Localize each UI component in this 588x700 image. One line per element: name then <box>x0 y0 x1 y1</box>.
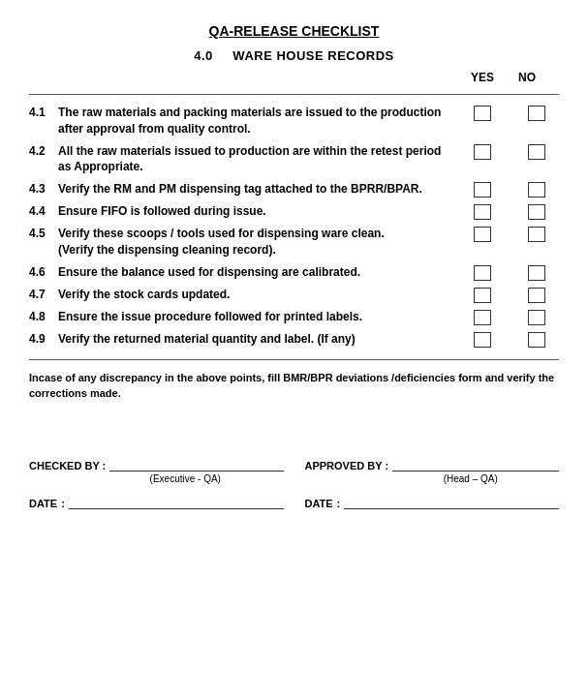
date-left-colon: : <box>61 498 65 509</box>
item-text: Verify the returned material quantity an… <box>58 331 460 348</box>
no-checkbox[interactable] <box>528 204 545 220</box>
yes-checkbox[interactable] <box>474 144 491 160</box>
item-number: 4.5 <box>29 226 58 240</box>
note-text: Incase of any discrepancy in the above p… <box>29 370 559 402</box>
footer: CHECKED BY : (Executive - QA) APPROVED B… <box>29 460 559 509</box>
no-checkbox[interactable] <box>528 227 545 242</box>
date-left-block: DATE : <box>29 492 284 509</box>
item-text: All the raw materials issued to producti… <box>58 143 460 176</box>
checked-by-block: CHECKED BY : (Executive - QA) <box>29 460 284 484</box>
yes-checkbox[interactable] <box>474 332 491 348</box>
section-number: 4.0 <box>194 48 213 63</box>
date-left-line: DATE : <box>29 498 284 509</box>
column-headers: YES NO <box>29 71 559 84</box>
item-checkboxes <box>460 105 559 121</box>
checked-by-role: (Executive - QA) <box>29 473 284 484</box>
date-right-colon: : <box>337 498 341 509</box>
checked-by-line: CHECKED BY : <box>29 460 284 472</box>
date-left-underline <box>69 508 284 509</box>
footer-signature-row: CHECKED BY : (Executive - QA) APPROVED B… <box>29 460 559 484</box>
yes-checkbox[interactable] <box>474 182 491 198</box>
section-name: WARE HOUSE RECORDS <box>232 48 393 63</box>
list-item: 4.5 Verify these scoops / tools used for… <box>29 226 559 259</box>
approved-by-underline <box>392 471 559 472</box>
no-checkbox[interactable] <box>528 265 545 281</box>
yes-checkbox[interactable] <box>474 227 491 242</box>
item-checkboxes <box>460 226 559 242</box>
date-right-block: DATE : <box>304 492 559 509</box>
list-item: 4.1 The raw materials and packing materi… <box>29 105 559 137</box>
no-header: NO <box>505 71 549 84</box>
item-checkboxes <box>460 309 559 325</box>
approved-by-block: APPROVED BY : (Head – QA) <box>304 460 559 484</box>
no-checkbox[interactable] <box>528 182 545 198</box>
list-item: 4.2 All the raw materials issued to prod… <box>29 143 559 176</box>
list-item: 4.4 Ensure FIFO is followed during issue… <box>29 203 559 220</box>
item-checkboxes <box>460 331 559 348</box>
item-checkboxes <box>460 203 559 220</box>
header-divider <box>29 94 559 95</box>
item-text: Ensure the issue procedure followed for … <box>58 309 460 325</box>
footer-divider <box>29 359 559 360</box>
list-item: 4.7 Verify the stock cards updated. <box>29 287 559 303</box>
yes-checkbox[interactable] <box>474 310 491 325</box>
no-checkbox[interactable] <box>528 144 545 160</box>
item-number: 4.8 <box>29 309 58 323</box>
item-text: Verify the RM and PM dispensing tag atta… <box>58 181 460 198</box>
yes-checkbox[interactable] <box>474 106 491 121</box>
list-item: 4.6 Ensure the balance used for dispensi… <box>29 264 559 281</box>
item-number: 4.7 <box>29 287 58 301</box>
page: QA-RELEASE CHECKLIST 4.0 WARE HOUSE RECO… <box>0 0 588 700</box>
item-checkboxes <box>460 264 559 281</box>
section-title: 4.0 WARE HOUSE RECORDS <box>29 48 559 63</box>
item-text: Verify these scoops / tools used for dis… <box>58 226 460 259</box>
item-checkboxes <box>460 181 559 198</box>
approved-by-label: APPROVED BY : <box>304 460 388 472</box>
checked-by-underline <box>109 471 283 472</box>
no-checkbox[interactable] <box>528 310 545 325</box>
list-item: 4.8 Ensure the issue procedure followed … <box>29 309 559 325</box>
approved-by-role: (Head – QA) <box>304 473 559 484</box>
item-checkboxes <box>460 143 559 160</box>
item-text: Ensure the balance used for dispensing a… <box>58 264 460 281</box>
item-text: Ensure FIFO is followed during issue. <box>58 203 460 220</box>
item-number: 4.9 <box>29 331 58 346</box>
date-right-label: DATE <box>304 498 332 509</box>
checked-by-label: CHECKED BY : <box>29 460 106 472</box>
item-number: 4.2 <box>29 143 58 158</box>
item-text: The raw materials and packing materials … <box>58 105 460 137</box>
list-item: 4.3 Verify the RM and PM dispensing tag … <box>29 181 559 198</box>
item-number: 4.6 <box>29 264 58 279</box>
no-checkbox[interactable] <box>528 332 545 348</box>
no-checkbox[interactable] <box>528 288 545 303</box>
approved-by-line: APPROVED BY : <box>304 460 559 472</box>
page-title: QA-RELEASE CHECKLIST <box>29 23 559 39</box>
date-left-label: DATE <box>29 498 57 509</box>
list-item: 4.9 Verify the returned material quantit… <box>29 331 559 348</box>
yes-header: YES <box>460 71 505 84</box>
date-right-underline <box>344 508 559 509</box>
item-number: 4.3 <box>29 181 58 196</box>
no-checkbox[interactable] <box>528 106 545 121</box>
yes-checkbox[interactable] <box>474 265 491 281</box>
date-right-line: DATE : <box>304 498 559 509</box>
yes-checkbox[interactable] <box>474 204 491 220</box>
item-checkboxes <box>460 287 559 303</box>
item-number: 4.4 <box>29 203 58 218</box>
yes-checkbox[interactable] <box>474 288 491 303</box>
item-text: Verify the stock cards updated. <box>58 287 460 303</box>
footer-date-row: DATE : DATE : <box>29 492 559 509</box>
item-number: 4.1 <box>29 105 58 119</box>
